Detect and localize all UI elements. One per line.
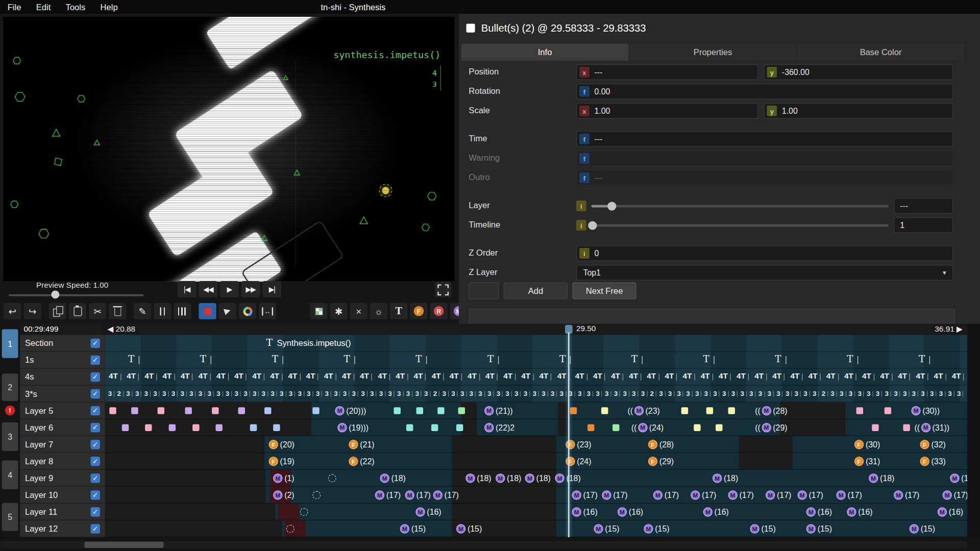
f-event-marker[interactable]: F(30): [854, 439, 880, 450]
section-tick-marker[interactable]: T: [559, 354, 566, 365]
track-checkbox[interactable]: ✓: [91, 372, 100, 381]
beat-marker[interactable]: 3: [406, 390, 410, 397]
beat-marker[interactable]: 3: [199, 390, 203, 397]
track-label-layer-12[interactable]: Layer 12✓: [20, 520, 105, 537]
beat-marker[interactable]: 3: [596, 390, 600, 397]
bullet-square-marker[interactable]: [185, 407, 191, 414]
beat-marker[interactable]: 3: [126, 390, 130, 397]
bullet-square-marker[interactable]: [131, 407, 138, 414]
speed-slider-handle[interactable]: [51, 290, 59, 298]
beat-marker[interactable]: 3: [903, 390, 907, 397]
beat-marker[interactable]: 4T: [575, 372, 584, 381]
m-event-marker[interactable]: M(18): [713, 473, 738, 484]
section-tick-marker[interactable]: T: [128, 354, 134, 365]
track-label-layer-7[interactable]: Layer 7✓: [20, 436, 105, 453]
timeline-ruler[interactable]: ◀ 20.88 29.50 36.91 ▶: [105, 323, 968, 335]
beat-marker[interactable]: 3: [172, 390, 176, 397]
beat-marker[interactable]: 3: [487, 390, 492, 397]
beat-marker[interactable]: 3: [749, 390, 753, 397]
track-checkbox[interactable]: ✓: [91, 406, 100, 415]
beat-marker[interactable]: 4T: [701, 372, 710, 381]
tab-info[interactable]: Info: [461, 44, 629, 61]
beat-marker[interactable]: 2: [117, 390, 121, 397]
timeline-group-3[interactable]: 3: [2, 422, 18, 451]
beat-marker[interactable]: 4T: [880, 372, 889, 381]
beat-marker[interactable]: 4T: [360, 372, 369, 381]
beat-marker[interactable]: 3: [253, 390, 257, 397]
beat-marker[interactable]: 3: [352, 390, 356, 397]
timeline-row-layer-9[interactable]: M(1)M(18)M(18)M(18)M(18)M(18)M(18)M(18)M…: [105, 470, 968, 487]
beat-marker[interactable]: 3: [830, 390, 835, 397]
bullet-square-marker[interactable]: [109, 407, 116, 414]
timeline-row-section[interactable]: TSynthesis.impetus(): [105, 335, 968, 352]
beat-marker[interactable]: 3: [108, 390, 112, 397]
beat-marker[interactable]: 2: [650, 390, 654, 397]
timeline-group-4[interactable]: 4: [2, 460, 18, 489]
bullet-square-marker[interactable]: [431, 424, 438, 431]
rewind-button[interactable]: ◀◀: [199, 281, 217, 297]
beat-marker[interactable]: 4T: [127, 372, 136, 381]
beat-marker[interactable]: 3: [298, 390, 302, 397]
bullet-square-marker[interactable]: [273, 424, 280, 431]
beat-marker[interactable]: 3: [930, 390, 934, 397]
beat-marker[interactable]: 4T: [593, 372, 602, 381]
tab-base-color[interactable]: Base Color: [797, 44, 965, 61]
track-label-layer-8[interactable]: Layer 8✓: [20, 453, 105, 470]
copy-button[interactable]: [49, 303, 66, 319]
layer-slider-handle[interactable]: [608, 202, 617, 210]
add-button[interactable]: Add: [504, 282, 568, 299]
bullet-square-marker[interactable]: [192, 424, 199, 431]
section-tick-marker[interactable]: T: [200, 354, 206, 365]
beat-marker[interactable]: 3: [813, 390, 817, 397]
m-event-marker[interactable]: M(18): [525, 473, 551, 484]
bullet-square-marker[interactable]: [587, 424, 594, 431]
text-tool-button[interactable]: T: [390, 303, 407, 319]
fullscreen-button[interactable]: [435, 282, 451, 297]
beat-marker[interactable]: 4T: [503, 372, 512, 381]
m-event-marker[interactable]: M(17): [943, 490, 968, 500]
m-event-marker[interactable]: M(15): [400, 523, 426, 534]
beat-marker[interactable]: 4T: [450, 372, 459, 381]
beat-marker[interactable]: 3: [478, 390, 482, 397]
beat-marker[interactable]: 3: [840, 390, 844, 397]
m-event-marker[interactable]: M(17): [602, 490, 627, 500]
m-event-marker[interactable]: M(16): [703, 507, 729, 517]
beat-marker[interactable]: 4T: [342, 372, 351, 381]
beat-marker[interactable]: 3: [451, 390, 455, 397]
m-event-marker[interactable]: M(17): [836, 490, 862, 500]
beat-marker[interactable]: 3: [307, 390, 311, 397]
bullet-square-marker[interactable]: [694, 424, 700, 431]
track-checkbox[interactable]: ✓: [91, 439, 100, 448]
r-event-button[interactable]: R: [430, 303, 447, 319]
beat-marker[interactable]: 3: [424, 390, 428, 397]
beat-marker[interactable]: 3: [162, 390, 166, 397]
beat-marker[interactable]: 3: [532, 390, 536, 397]
shot-tool-button[interactable]: [219, 303, 236, 319]
beat-marker[interactable]: 4T: [539, 372, 548, 381]
playhead[interactable]: [568, 332, 569, 537]
beat-marker[interactable]: 3: [803, 390, 807, 397]
f-event-marker[interactable]: F(22): [349, 456, 374, 467]
bullet-square-marker[interactable]: [716, 424, 722, 431]
track-checkbox[interactable]: ✓: [91, 490, 100, 499]
m-event-marker[interactable]: ((M(28): [755, 406, 787, 416]
f-event-marker[interactable]: F(33): [920, 456, 945, 467]
beat-marker[interactable]: 3: [415, 390, 419, 397]
f-event-marker[interactable]: F(28): [648, 439, 674, 450]
beat-marker[interactable]: 3: [587, 390, 591, 397]
bullet-square-marker[interactable]: [416, 407, 423, 414]
beat-marker[interactable]: 3: [207, 390, 211, 397]
beat-marker[interactable]: 4T: [234, 372, 243, 381]
bullet-square-marker[interactable]: [570, 407, 577, 414]
bullet-square-marker[interactable]: [169, 424, 176, 431]
beat-marker[interactable]: 4T: [719, 372, 728, 381]
section-tick-marker[interactable]: T: [272, 354, 278, 365]
f-event-marker[interactable]: F(19): [269, 456, 295, 467]
beat-marker[interactable]: 4T: [324, 372, 333, 381]
bullet-square-marker[interactable]: [312, 407, 319, 414]
beat-marker[interactable]: 3: [460, 390, 464, 397]
beat-marker[interactable]: 3: [226, 390, 230, 397]
beat-marker[interactable]: 4T: [772, 372, 781, 381]
m-event-marker[interactable]: M(22)2: [484, 422, 514, 433]
timeline-row-1s[interactable]: TTTTTTTTTTTT: [105, 352, 968, 368]
